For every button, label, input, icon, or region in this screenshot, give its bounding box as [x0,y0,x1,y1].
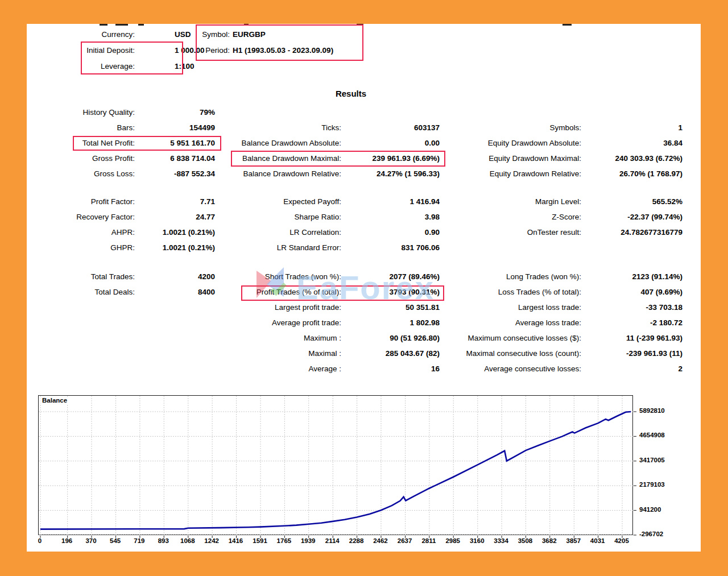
x-axis-tick-label: 3160 [465,537,490,544]
stat-label: GHPR: [49,243,135,252]
x-axis-tick-label: 3682 [537,537,562,544]
currency-label: Currency: [101,30,135,39]
x-axis-tick-label: 1591 [247,537,272,544]
stat-value: 1 [581,123,682,132]
stat-label: Average loss trade: [425,318,581,327]
leverage-value: 1:100 [175,62,195,71]
x-axis-tick-label: 1242 [199,537,224,544]
x-axis-tick-label: 2114 [320,537,345,544]
stat-row: GHPR:1.0021 (0.21%) [49,240,215,255]
stat-value: 240 303.93 (6.72%) [581,154,682,163]
stat-label: Maximum : [197,334,341,342]
stat-row: Loss Trades (% of total):407 (9.69%) [425,284,682,300]
stat-label: Long Trades (won %): [425,272,581,281]
clipped-text-fragment [138,24,144,26]
y-axis-tick-label: 4654908 [639,432,679,438]
stat-row: Maximal consecutive loss (count):-239 96… [425,346,682,361]
stat-value: 24.782677316779 [581,228,682,237]
balance-chart: Balance [38,395,633,535]
stat-label: Z-Score: [425,213,581,221]
balance-curve-plot [39,396,634,536]
stats-block1-col2: Ticks:603137Balance Drawdown Absolute:0.… [197,105,440,181]
stat-value: 36.84 [581,139,682,147]
initial-deposit-row: Initial Deposit: 1 000.00 [61,46,220,57]
stat-row: Total Deals:8400 [49,284,215,300]
stat-value: 565.52% [581,197,682,206]
stat-label: Total Deals: [49,288,135,296]
stat-row: Sharpe Ratio:3.98 [197,209,440,225]
chart-series-label: Balance [40,397,69,404]
stat-row: Average :16 [197,361,440,376]
stat-label: Recovery Factor: [49,213,135,221]
stat-label: Short Trades (won %): [197,272,341,281]
stat-row [197,105,440,120]
stat-row: Balance Drawdown Absolute:0.00 [197,135,440,151]
x-axis-tick-label: 1765 [271,537,296,544]
stat-value: 407 (9.69%) [581,288,682,296]
stat-label: Loss Trades (% of total): [425,288,581,296]
stats-block3-col2: Short Trades (won %):2077 (89.46%)Profit… [197,269,440,376]
stat-label: History Quality: [49,108,135,117]
stat-label: Sharpe Ratio: [197,213,341,221]
stat-row: Largest profit trade:50 351.81 [197,300,440,315]
stat-row: Short Trades (won %):2077 (89.46%) [197,269,440,284]
stat-label: LR Correlation: [197,228,341,237]
stats-block2-col2: Expected Payoff:1 416.94Sharpe Ratio:3.9… [197,194,440,255]
stat-label: Total Trades: [49,272,135,281]
stat-value: 831 706.06 [341,243,440,252]
stat-row: Profit Trades (% of total):3793 (90.31%) [197,284,440,300]
stat-label: Expected Payoff: [197,197,341,206]
stat-value: 26.70% (1 768.97) [581,169,682,178]
stat-row: Gross Profit:6 838 714.04 [49,151,215,166]
y-axis-tick-label: -296702 [639,531,679,537]
stat-value: -33 703.18 [581,303,682,312]
clipped-text-fragment [562,24,572,26]
report-page: Currency: USD Initial Deposit: 1 000.00 … [27,24,701,552]
x-axis-tick-label: 2462 [368,537,393,544]
stat-row: LR Correlation:0.90 [197,225,440,240]
stat-row: Profit Factor:7.71 [49,194,215,209]
x-axis-tick-label: 4205 [609,537,634,544]
stat-row: AHPR:1.0021 (0.21%) [49,225,215,240]
x-axis-tick-label: 2637 [392,537,417,544]
clipped-text-fragment [244,24,249,26]
stat-value: -2 180.72 [581,318,682,327]
stat-row: Maximal :285 043.67 (82) [197,346,440,361]
stat-label: Equity Drawdown Maximal: [425,154,581,163]
x-axis-tick-label: 2811 [416,537,441,544]
stat-row: Total Trades:4200 [49,269,215,284]
stat-label: Balance Drawdown Relative: [197,169,341,178]
stat-row [425,105,682,120]
stat-label: OnTester result: [425,228,581,237]
stat-label: Total Net Profit: [49,139,135,147]
stat-label: AHPR: [49,228,135,237]
stat-label: Margin Level: [425,197,581,206]
stat-label: Symbols: [425,123,581,132]
stats-block3-col1: Total Trades:4200Total Deals:8400 [49,269,215,300]
balance-line [40,412,631,529]
x-axis-tick-label: 3508 [512,537,537,544]
period-row: Period: H1 (1993.05.03 - 2023.09.09) [197,46,391,57]
stat-row: OnTester result:24.782677316779 [425,225,682,240]
leverage-label: Leverage: [101,62,135,71]
stats-block1-col1: History Quality:79%Bars:154499Total Net … [49,105,215,181]
stat-row: Z-Score:-22.37 (99.74%) [425,209,682,225]
results-title: Results [311,89,391,98]
stat-label: Bars: [49,123,135,132]
x-axis-tick-label: 2288 [344,537,369,544]
stat-label: Profit Trades (% of total): [197,288,341,296]
symbol-label: Symbol: [202,30,230,39]
stat-label: Balance Drawdown Absolute: [197,139,341,147]
x-axis-tick-label: 893 [151,537,176,544]
stat-label: Maximum consecutive losses ($): [425,334,581,342]
currency-row: Currency: USD [61,30,220,42]
initial-deposit-label: Initial Deposit: [86,46,135,55]
currency-value: USD [175,30,191,39]
y-axis-tick-label: 5892810 [639,407,679,414]
clipped-text-fragment [357,24,363,26]
stat-value: 2123 (91.14%) [581,272,682,281]
stat-value: -239 961.93 (11) [581,349,682,358]
period-label: Period: [205,46,230,55]
y-axis-tick-label: 2179103 [639,481,679,488]
stat-row: Expected Payoff:1 416.94 [197,194,440,209]
